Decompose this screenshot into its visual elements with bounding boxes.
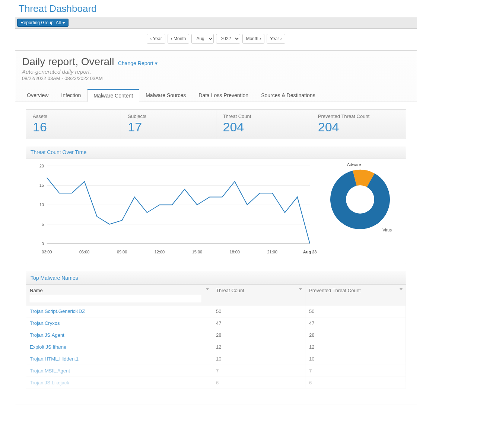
date-nav: ‹ Year ‹ Month Aug 2022 Month › Year › [15, 29, 417, 50]
col-name[interactable]: Name [26, 285, 212, 305]
pie-label-adware: Adware [347, 162, 361, 167]
malware-table-header: Name Threat Count Prevented Threat Count [26, 284, 406, 305]
svg-text:18:00: 18:00 [230, 250, 240, 254]
chart-panel-title: Threat Count Over Time [26, 146, 406, 159]
table-row[interactable]: Trojan.Cryxos4747 [26, 317, 406, 329]
col-threat-count[interactable]: Threat Count [212, 285, 305, 305]
report-subtitle: Auto-generated daily report. [22, 68, 410, 75]
malware-panel-title: Top Malware Names [26, 272, 406, 284]
kpi-threat-count: Threat Count204 [216, 110, 311, 139]
svg-text:21:00: 21:00 [267, 250, 277, 254]
chevron-down-icon [299, 288, 302, 290]
svg-text:12:00: 12:00 [155, 250, 165, 254]
kpi-subjects: Subjects17 [121, 110, 216, 139]
svg-point-19 [346, 185, 374, 214]
table-row[interactable]: Trojan.HTML.Hidden.11010 [26, 353, 406, 365]
reporting-group-label: Reporting Group: All [20, 20, 61, 25]
threat-pie-chart: Adware Virus [321, 162, 399, 234]
report-panel: Daily report, Overall Change Report ▾ Au… [15, 50, 417, 404]
table-row[interactable]: Trojan.MSIL.Agent77 [26, 365, 406, 377]
month-select[interactable]: Aug [191, 34, 214, 44]
reporting-group-dropdown[interactable]: Reporting Group: All [17, 19, 69, 27]
chevron-down-icon [400, 288, 403, 290]
change-report-link[interactable]: Change Report ▾ [118, 60, 158, 66]
kpi-row: Assets16Subjects17Threat Count204Prevent… [26, 109, 406, 139]
year-select[interactable]: 2022 [216, 34, 240, 44]
svg-text:15: 15 [39, 183, 44, 188]
svg-text:Aug 23: Aug 23 [303, 250, 317, 254]
svg-text:0: 0 [42, 241, 44, 246]
table-row[interactable]: Trojan.Script.GenericKDZ5050 [26, 305, 406, 317]
next-year-button[interactable]: Year › [267, 34, 285, 44]
tab-infection[interactable]: Infection [55, 89, 87, 102]
tab-body: Assets16Subjects17Threat Count204Prevent… [15, 102, 417, 404]
chevron-down-icon [62, 22, 65, 24]
tab-malware-content[interactable]: Malware Content [87, 89, 139, 102]
tabs: OverviewInfectionMalware ContentMalware … [15, 85, 417, 102]
svg-text:03:00: 03:00 [42, 250, 52, 254]
report-date-range: 08/22/2022 03AM - 08/23/2022 03AM [22, 76, 410, 81]
svg-text:5: 5 [42, 222, 44, 227]
kpi-assets: Assets16 [26, 110, 121, 139]
report-title: Daily report, Overall [22, 56, 114, 67]
svg-text:09:00: 09:00 [117, 250, 127, 254]
threat-line-chart: 0510152003:0006:0009:0012:0015:0018:0021… [28, 162, 317, 259]
chevron-down-icon [206, 288, 209, 290]
pie-label-virus: Virus [382, 228, 392, 232]
toolbar: Reporting Group: All [15, 17, 417, 29]
table-row[interactable]: Trojan.JS.Agent2828 [26, 329, 406, 341]
col-prevented-threat-count[interactable]: Prevented Threat Count [305, 285, 406, 305]
page-title: Threat Dashboard [15, 0, 417, 17]
top-malware-panel: Top Malware Names Name Threat Count Prev… [26, 272, 406, 389]
tab-overview[interactable]: Overview [20, 89, 55, 102]
kpi-prevented-threat-count: Prevented Threat Count204 [311, 110, 406, 139]
tab-malware-sources[interactable]: Malware Sources [139, 89, 192, 102]
prev-month-button[interactable]: ‹ Month [168, 34, 190, 44]
table-row[interactable]: Trojan.JS.Likejack66 [26, 377, 406, 389]
tab-sources-destinations[interactable]: Sources & Destinations [255, 89, 322, 102]
svg-text:15:00: 15:00 [192, 250, 202, 254]
table-row[interactable]: Exploit.JS.Iframe1212 [26, 341, 406, 353]
name-filter-input[interactable] [30, 295, 201, 302]
prev-year-button[interactable]: ‹ Year [147, 34, 165, 44]
threat-over-time-panel: Threat Count Over Time 0510152003:0006:0… [26, 146, 406, 264]
svg-text:06:00: 06:00 [79, 250, 89, 254]
svg-text:20: 20 [39, 164, 44, 168]
report-header: Daily report, Overall Change Report ▾ Au… [15, 51, 417, 85]
tab-data-loss-prevention[interactable]: Data Loss Prevention [192, 89, 255, 102]
svg-text:10: 10 [39, 202, 44, 207]
next-month-button[interactable]: Month › [242, 34, 264, 44]
